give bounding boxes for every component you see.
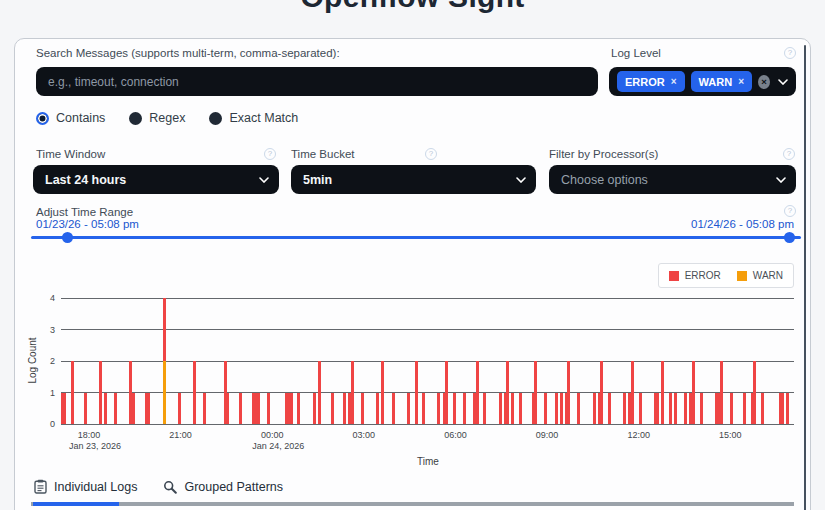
tab-label: Individual Logs (54, 480, 137, 494)
error-bar (84, 393, 87, 425)
error-bar (99, 361, 102, 424)
error-bar (381, 361, 384, 424)
processors-placeholder: Choose options (549, 173, 648, 187)
error-bar (639, 393, 642, 425)
error-bar (692, 361, 695, 424)
error-bar (114, 393, 117, 425)
error-bar (730, 393, 733, 425)
time-window-label: Time Window (36, 148, 105, 160)
gridline-y3 (61, 329, 794, 330)
processors-select[interactable]: Choose options (549, 165, 796, 194)
tab-individual-logs[interactable]: Individual Logs (34, 479, 137, 494)
remove-tag-icon[interactable]: × (671, 76, 677, 87)
chevron-down-icon (776, 177, 786, 183)
log-explorer-panel: Search Messages (supports multi-term, co… (14, 38, 811, 510)
search-input[interactable] (36, 67, 598, 96)
y-tick-label: 2 (37, 356, 55, 366)
page-title: Openflow Sight (0, 0, 825, 12)
time-range-help-icon[interactable]: ? (784, 205, 796, 217)
scrollbar-thumb[interactable] (804, 45, 806, 510)
clear-all-icon[interactable]: × (758, 75, 770, 89)
legend-label: WARN (753, 270, 783, 281)
error-bar (415, 361, 418, 424)
error-bar (506, 361, 509, 424)
tab-indicator-active (33, 502, 119, 506)
error-bar (351, 361, 354, 424)
error-bar (193, 361, 196, 424)
legend-swatch (669, 271, 679, 281)
y-tick-label: 0 (37, 419, 55, 429)
error-bar (71, 361, 74, 424)
tab-label: Grouped Patterns (184, 480, 283, 494)
error-bar (684, 393, 687, 425)
y-tick-label: 4 (37, 293, 55, 303)
processors-label: Filter by Processor(s) (549, 148, 658, 160)
time-range-start: 01/23/26 - 05:08 pm (36, 218, 139, 230)
chevron-down-icon[interactable] (778, 79, 788, 85)
x-axis-title: Time (406, 456, 450, 467)
y-tick-label: 1 (37, 388, 55, 398)
x-tick-label: 18:00 (78, 430, 101, 440)
x-tick-sublabel: Jan 23, 2026 (69, 441, 121, 451)
radio-label: Contains (56, 111, 105, 125)
error-bar (376, 393, 379, 425)
legend-item-warn[interactable]: WARN (737, 270, 783, 281)
slider-handle-start[interactable] (62, 232, 73, 243)
error-bar (761, 393, 764, 425)
processors-help-icon[interactable]: ? (783, 148, 795, 160)
error-bar (318, 361, 321, 424)
slider-handle-end[interactable] (784, 232, 795, 243)
error-bar (511, 393, 514, 425)
legend-swatch (737, 271, 747, 281)
magnifier-icon (163, 480, 177, 494)
tag-label: WARN (699, 76, 733, 88)
error-bar (499, 393, 502, 425)
radio-label: Regex (149, 111, 185, 125)
gridline-y2 (61, 361, 794, 362)
tabs-row: Individual LogsGrouped Patterns (34, 479, 283, 494)
error-bar (743, 393, 746, 425)
error-bar (226, 393, 229, 425)
radio-contains[interactable]: Contains (36, 111, 105, 125)
time-bucket-select[interactable]: 5min (291, 165, 536, 194)
error-bar (720, 361, 723, 424)
tab-grouped-patterns[interactable]: Grouped Patterns (163, 480, 283, 494)
chart-legend: ERRORWARN (658, 263, 794, 288)
error-bar (422, 393, 425, 425)
error-bar (600, 361, 603, 424)
time-bucket-help-icon[interactable]: ? (425, 148, 437, 160)
x-tick-sublabel: Jan 24, 2026 (252, 441, 304, 451)
remove-tag-icon[interactable]: × (738, 76, 744, 87)
log-level-label: Log Level (611, 47, 661, 59)
gridline-y4 (61, 298, 794, 299)
x-tick-label: 06:00 (444, 430, 467, 440)
legend-item-error[interactable]: ERROR (669, 270, 721, 281)
error-bar (483, 393, 486, 425)
log-level-help-icon[interactable]: ? (784, 47, 796, 59)
log-level-tag-warn[interactable]: WARN× (691, 71, 752, 92)
error-bar (560, 393, 563, 425)
radio-exact-match[interactable]: Exact Match (209, 111, 298, 125)
error-bar (343, 393, 346, 425)
legend-label: ERROR (685, 270, 721, 281)
error-bar (239, 393, 242, 425)
time-window-select[interactable]: Last 24 hours (33, 165, 279, 194)
error-bar (163, 298, 166, 361)
log-level-tag-error[interactable]: ERROR× (617, 71, 685, 92)
error-bar (567, 361, 570, 424)
error-bar (669, 393, 672, 425)
time-range-slider[interactable] (31, 236, 801, 239)
x-tick-label: 15:00 (719, 430, 742, 440)
error-bar (661, 361, 664, 424)
time-window-help-icon[interactable]: ? (264, 148, 276, 160)
error-bar (63, 393, 66, 425)
time-range-end: 01/24/26 - 05:08 pm (691, 218, 794, 230)
chevron-down-icon (516, 177, 526, 183)
radio-regex[interactable]: Regex (129, 111, 185, 125)
time-range-label: Adjust Time Range (36, 206, 133, 218)
time-bucket-label: Time Bucket (291, 148, 354, 160)
error-bar (753, 361, 756, 424)
log-level-select[interactable]: ERROR×WARN× × (609, 67, 796, 96)
error-bar (463, 393, 466, 425)
error-bar (392, 393, 395, 425)
